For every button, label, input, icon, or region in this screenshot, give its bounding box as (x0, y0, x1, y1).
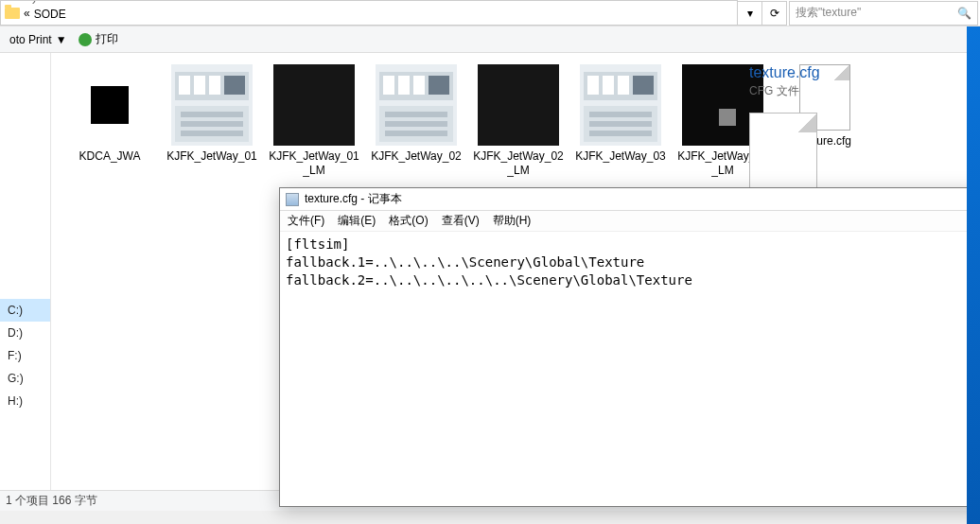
breadcrumb[interactable]: « 本地磁盘 (C:)›ProgramData›12bPilot›SODE›Si… (0, 0, 738, 26)
svg-rect-7 (181, 112, 243, 117)
svg-rect-8 (181, 121, 243, 127)
file-thumbnail (376, 64, 457, 146)
svg-rect-3 (194, 76, 205, 95)
search-input[interactable]: 搜索"texture" 🔍 (789, 1, 978, 26)
file-item[interactable]: KJFK_JetWay_02_LM (467, 64, 569, 178)
svg-rect-5 (224, 76, 245, 95)
notepad-menu-item[interactable]: 文件(F) (288, 213, 324, 229)
file-item[interactable]: KJFK_JetWay_01_LM (263, 64, 365, 178)
svg-rect-12 (383, 76, 394, 95)
svg-rect-14 (413, 76, 425, 95)
file-thumbnail (69, 64, 150, 146)
notepad-menu-item[interactable]: 格式(O) (389, 213, 428, 229)
svg-rect-19 (385, 131, 447, 136)
file-item[interactable]: KDCA_JWA (59, 64, 161, 178)
svg-rect-9 (181, 131, 243, 136)
file-thumbnail (171, 64, 253, 146)
search-placeholder: 搜索"texture" (796, 5, 861, 21)
preview-filename: texture.cfg (749, 64, 969, 81)
breadcrumb-segment[interactable]: SODE (30, 8, 162, 21)
file-item[interactable]: KJFK_JetWay_02 (365, 64, 467, 178)
print-button[interactable]: 打印 (73, 31, 124, 47)
desktop-edge (967, 26, 980, 524)
notepad-menu-item[interactable]: 帮助(H) (493, 213, 532, 229)
preview-filetype: CFG 文件 (749, 83, 969, 99)
svg-rect-25 (633, 76, 654, 95)
file-label: KJFK_JetWay_01_LM (267, 149, 361, 178)
status-text: 1 个项目 166 字节 (6, 493, 97, 509)
file-thumbnail (580, 64, 661, 146)
sidebar-drive[interactable]: D:) (0, 322, 50, 344)
notepad-menu-item[interactable]: 编辑(E) (338, 213, 376, 229)
command-bar: oto Print ▼ 打印 (0, 26, 980, 53)
svg-rect-15 (429, 76, 449, 95)
refresh-button[interactable]: ⟳ (762, 1, 787, 26)
sidebar-drive[interactable]: H:) (0, 390, 50, 412)
file-label: KJFK_JetWay_01 (166, 149, 257, 164)
file-label: KJFK_JetWay_03 (575, 149, 666, 164)
svg-rect-4 (209, 76, 220, 95)
sidebar-drive[interactable]: F:) (0, 344, 50, 367)
svg-rect-17 (385, 112, 447, 117)
file-item[interactable]: KJFK_JetWay_01 (161, 64, 263, 178)
file-item[interactable]: KJFK_JetWay_03 (569, 64, 672, 178)
address-bar: « 本地磁盘 (C:)›ProgramData›12bPilot›SODE›Si… (0, 0, 980, 26)
svg-rect-28 (589, 121, 652, 127)
breadcrumb-prefix: « (24, 7, 30, 20)
notepad-textarea[interactable]: [fltsim] fallback.1=..\..\..\..\Scenery\… (280, 232, 979, 293)
notepad-window[interactable]: texture.cfg - 记事本 文件(F)编辑(E)格式(O)查看(V)帮助… (279, 187, 980, 507)
chevron-right-icon: › (30, 21, 38, 26)
notepad-menubar: 文件(F)编辑(E)格式(O)查看(V)帮助(H) (280, 211, 979, 232)
svg-rect-2 (179, 76, 190, 95)
chevron-down-icon: ▼ (56, 33, 67, 46)
folder-icon (5, 8, 20, 19)
svg-rect-23 (603, 76, 614, 95)
file-thumbnail (478, 64, 559, 146)
search-icon: 🔍 (957, 7, 971, 20)
file-label: KJFK_JetWay_02_LM (471, 149, 566, 178)
file-label: KDCA_JWA (79, 149, 141, 164)
notepad-title: texture.cfg - 记事本 (305, 191, 402, 207)
print-icon (79, 33, 92, 46)
path-dropdown-button[interactable]: ▾ (738, 1, 762, 26)
sidebar: C:)D:)F:)G:)H:) (0, 53, 51, 494)
svg-rect-27 (589, 112, 652, 117)
chevron-right-icon: › (30, 0, 38, 8)
sidebar-drive[interactable]: G:) (0, 367, 50, 390)
svg-rect-18 (385, 121, 447, 127)
svg-rect-13 (398, 76, 410, 95)
photo-print-button[interactable]: oto Print ▼ (4, 33, 73, 46)
svg-rect-22 (587, 76, 599, 95)
notepad-menu-item[interactable]: 查看(V) (442, 213, 480, 229)
svg-rect-24 (618, 76, 629, 95)
notepad-icon (286, 193, 299, 206)
sidebar-drive[interactable]: C:) (0, 299, 50, 322)
svg-rect-29 (589, 131, 652, 136)
notepad-titlebar[interactable]: texture.cfg - 记事本 (280, 188, 979, 211)
file-label: KJFK_JetWay_02 (371, 149, 462, 164)
file-thumbnail (273, 64, 355, 146)
